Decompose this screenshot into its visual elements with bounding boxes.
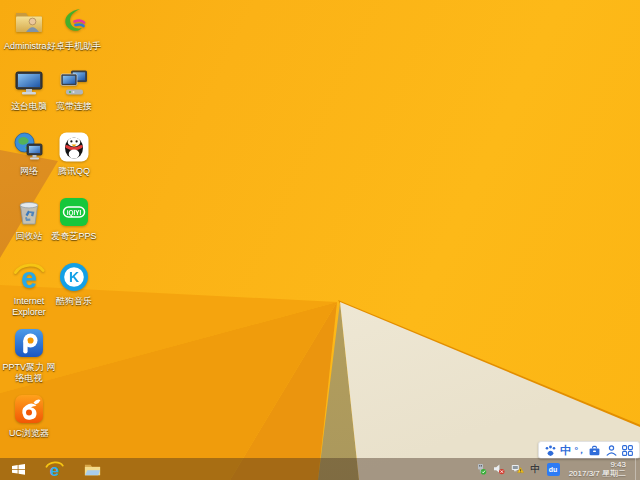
haozhuo-assistant-icon — [58, 6, 90, 38]
svg-text:iQIYI: iQIYI — [67, 209, 82, 217]
icon-label: 网络 — [20, 166, 38, 177]
taskbar-internet-explorer-button[interactable]: e — [42, 458, 67, 480]
desktop-icon-pptv[interactable]: PPTV聚力 网络电视 — [0, 327, 58, 384]
svg-text:K: K — [69, 269, 79, 285]
ime-punctuation-toggle[interactable]: °， — [574, 443, 585, 457]
clock-date: 2017/3/7 星期二 — [569, 469, 626, 479]
desktop-icon-tencent-qq[interactable]: 腾讯QQ — [45, 131, 103, 177]
ime-toolbox-icon[interactable] — [588, 443, 601, 457]
broadband-connection-icon — [58, 66, 90, 98]
pptv-icon — [13, 327, 45, 359]
icon-label: 这台电脑 — [11, 101, 47, 112]
icon-label: 宽带连接 — [56, 101, 92, 112]
this-pc-icon — [13, 66, 45, 98]
volume-muted-icon[interactable] — [493, 458, 506, 480]
network-icon — [13, 131, 45, 163]
icon-label: 爱奇艺PPS — [51, 231, 96, 242]
icon-label: UC浏览器 — [9, 428, 49, 439]
windows-logo-icon — [11, 462, 26, 477]
system-tray: 中 du 9:43 2017/3/7 星期二 — [475, 458, 640, 480]
taskbar-left: e — [0, 458, 105, 480]
ime-symbol-grid-icon[interactable] — [621, 443, 634, 457]
file-explorer-icon — [83, 460, 102, 479]
safely-remove-hardware-icon[interactable] — [475, 458, 488, 480]
uc-browser-icon — [13, 393, 45, 425]
iqiyi-pps-icon: iQIYI — [58, 196, 90, 228]
taskbar: e — [0, 458, 640, 480]
desktop-icon-kugou-music[interactable]: K 酷狗音乐 — [45, 261, 103, 307]
icon-label: 回收站 — [16, 231, 43, 242]
input-language-indicator[interactable]: 中 — [529, 458, 542, 480]
icon-label: 好卓手机助手 — [47, 41, 101, 52]
desktop-icon-broadband[interactable]: 宽带连接 — [45, 66, 103, 112]
desktop-screen: Administra... 这台电脑 网络 — [0, 0, 640, 480]
show-desktop-button[interactable] — [635, 458, 639, 480]
clock-time: 9:43 — [569, 460, 626, 470]
ime-chinese-mode-toggle[interactable]: 中 — [560, 443, 571, 457]
desktop-icon-uc-browser[interactable]: UC浏览器 — [0, 393, 58, 439]
kugou-music-icon: K — [58, 261, 90, 293]
tencent-qq-icon — [58, 131, 90, 163]
internet-explorer-icon: e — [13, 261, 45, 293]
start-button[interactable] — [8, 458, 29, 480]
icon-label: PPTV聚力 网络电视 — [0, 362, 58, 384]
recycle-bin-icon — [13, 196, 45, 228]
ime-user-skin-icon[interactable] — [605, 443, 618, 457]
taskbar-file-explorer-button[interactable] — [80, 458, 105, 480]
desktop-icon-haozhuo-assistant[interactable]: 好卓手机助手 — [45, 6, 103, 52]
baidu-ime-toolbar[interactable]: 中 °， — [538, 441, 640, 459]
icon-label: 腾讯QQ — [58, 166, 90, 177]
baidu-paw-icon[interactable] — [544, 443, 557, 457]
baidu-ime-tray-icon[interactable]: du — [547, 458, 560, 480]
desktop-icon-iqiyi-pps[interactable]: iQIYI 爱奇艺PPS — [45, 196, 103, 242]
network-warning-icon[interactable] — [511, 458, 524, 480]
icon-label: 酷狗音乐 — [56, 296, 92, 307]
taskbar-clock[interactable]: 9:43 2017/3/7 星期二 — [565, 460, 630, 479]
administrator-folder-icon — [13, 6, 45, 38]
internet-explorer-icon: e — [45, 460, 64, 479]
